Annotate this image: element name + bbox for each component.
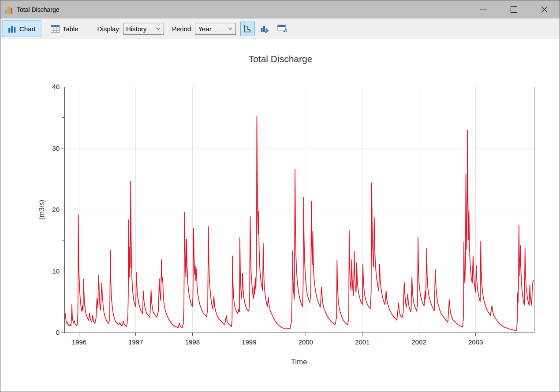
step-line-icon	[243, 24, 252, 33]
chart-title: Total Discharge	[249, 54, 313, 64]
edit-chart-series-button[interactable]	[258, 22, 272, 36]
step-line-chart-button[interactable]	[240, 22, 255, 36]
maximize-icon	[511, 6, 517, 13]
discharge-series-line	[65, 116, 534, 331]
close-button[interactable]	[529, 0, 560, 18]
app-icon	[5, 6, 13, 14]
x-tick-label: 2003	[468, 338, 483, 346]
period-select-value: Year	[198, 25, 211, 33]
chart-area[interactable]: 0102030401996199719981999200020012002200…	[0, 0, 560, 392]
x-tick-label: 2000	[299, 338, 313, 346]
minimize-button[interactable]	[468, 0, 499, 18]
y-tick-label: 30	[52, 144, 60, 152]
x-tick-label: 1998	[185, 338, 200, 346]
x-tick-label: 1996	[72, 338, 86, 346]
window-wrench-icon	[277, 24, 287, 33]
period-select[interactable]: Year	[195, 23, 236, 35]
y-axis-title: (m3/s)	[38, 200, 45, 219]
y-tick-label: 20	[52, 206, 60, 213]
chart-properties-button[interactable]	[275, 22, 289, 36]
y-tick-label: 40	[52, 83, 60, 90]
chevron-down-icon	[228, 27, 232, 30]
series-polyline	[65, 116, 534, 331]
y-tick-label: 10	[52, 267, 60, 275]
app-window: 0102030401996199719981999200020012002200…	[0, 0, 560, 392]
display-label: Display:	[97, 25, 121, 33]
x-tick-label: 2001	[355, 338, 370, 346]
toolbar: Chart Table Display: History Period: Yea…	[0, 18, 560, 39]
period-label: Period:	[172, 25, 193, 33]
table-tab-label: Table	[63, 25, 78, 33]
minimize-icon	[480, 9, 487, 10]
x-axis-title: Time	[291, 358, 307, 366]
window-title: Total Discharge	[17, 6, 60, 13]
x-tick-label: 1999	[242, 338, 256, 346]
display-select-value: History	[126, 25, 147, 33]
maximize-button[interactable]	[499, 0, 529, 18]
x-tick-label: 2002	[412, 338, 426, 346]
table-icon	[51, 25, 60, 33]
edit-bars-pencil-icon	[260, 24, 269, 33]
chart-tab-label: Chart	[19, 25, 36, 33]
title-bar: Total Discharge	[0, 0, 560, 18]
chevron-down-icon	[156, 27, 161, 30]
chart-tab-button[interactable]: Chart	[2, 20, 41, 37]
display-select[interactable]: History	[123, 23, 164, 35]
bar-chart-icon	[8, 25, 16, 33]
table-tab-button[interactable]: Table	[45, 20, 84, 37]
x-tick-label: 1997	[128, 338, 143, 346]
y-tick-label: 0	[56, 329, 60, 336]
close-icon	[541, 6, 548, 13]
